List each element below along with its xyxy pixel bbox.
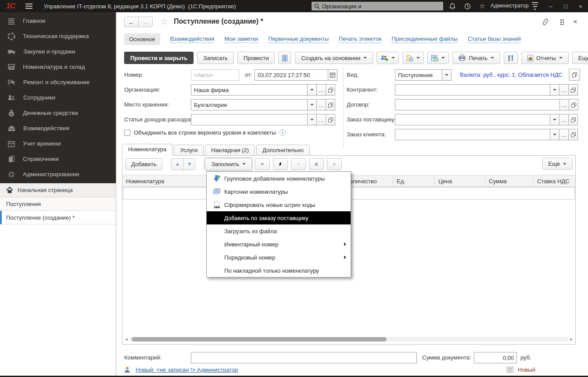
menu-item-sequence-number[interactable]: Порядковый номер bbox=[207, 251, 351, 264]
minimize-button[interactable]: – bbox=[544, 0, 557, 12]
dropdown-arrow-button[interactable] bbox=[307, 99, 317, 110]
info-icon[interactable]: i bbox=[280, 129, 286, 136]
expand-rows-button[interactable] bbox=[309, 158, 324, 170]
dropdown-arrow-button[interactable] bbox=[442, 69, 452, 81]
calendar-picker-button[interactable] bbox=[328, 69, 337, 81]
menu-item-by-invoice-only[interactable]: По накладной только номенклатуру bbox=[207, 264, 351, 277]
reports-button[interactable]: Отчеты bbox=[521, 52, 569, 64]
column-header[interactable]: Ставка НДС bbox=[534, 175, 575, 186]
navlink-vzaimodeystviya[interactable]: Взаимодействия bbox=[170, 36, 215, 43]
storage-field[interactable]: Бухгалтерия … bbox=[191, 99, 335, 110]
open-item-button[interactable] bbox=[569, 99, 578, 110]
dropdown-arrow-button[interactable] bbox=[307, 114, 317, 125]
back-button[interactable]: ← bbox=[124, 17, 139, 27]
select-ellipsis-button[interactable]: … bbox=[559, 114, 569, 125]
number-field[interactable]: <Авто> bbox=[191, 69, 239, 81]
menu-item-add-by-supplier-order[interactable]: Добавить по заказу поставщику bbox=[207, 211, 351, 224]
select-ellipsis-button[interactable]: … bbox=[559, 99, 569, 110]
select-ellipsis-button[interactable]: … bbox=[316, 99, 326, 110]
open-item-button[interactable] bbox=[568, 114, 578, 125]
service-menu-icon[interactable] bbox=[531, 2, 539, 10]
hierarchy-view-button[interactable] bbox=[327, 158, 342, 170]
tab-nakladnaya[interactable]: Накладная (2) bbox=[205, 145, 255, 156]
sidebar-item-employees[interactable]: Сотрудники bbox=[0, 90, 116, 105]
fill-button[interactable]: Заполнить bbox=[205, 158, 252, 170]
menu-item-cards[interactable]: Карточки номенклатуры bbox=[207, 185, 351, 198]
sidebar-item-main[interactable]: Главное bbox=[0, 13, 116, 28]
create-based-on-button[interactable]: Создать на основании bbox=[295, 52, 373, 64]
menu-item-inventory-number[interactable]: Инвентарный номер bbox=[207, 238, 351, 251]
sidebar-home-page[interactable]: Начальная страница bbox=[0, 183, 116, 197]
planner-button[interactable] bbox=[427, 52, 449, 64]
change-form-button[interactable] bbox=[504, 52, 518, 64]
sidebar-item-tech-support[interactable]: Техническая поддержка bbox=[0, 28, 116, 44]
date-field[interactable]: 03.07.2023 17:27:50 bbox=[255, 69, 337, 81]
select-ellipsis-button[interactable]: … bbox=[316, 114, 326, 125]
post-button[interactable]: Провести bbox=[237, 52, 275, 64]
contract-field[interactable]: … bbox=[395, 99, 578, 110]
save-button[interactable]: Записать bbox=[197, 52, 234, 64]
sidebar-item-money[interactable]: $ Денежные средства bbox=[0, 105, 116, 121]
subordination-structure-button[interactable] bbox=[278, 52, 291, 64]
open-currency-button[interactable] bbox=[569, 69, 580, 81]
column-header[interactable]: Цена bbox=[435, 175, 485, 186]
notifications-bell-icon[interactable] bbox=[448, 2, 456, 10]
scrollbar-thumb[interactable] bbox=[132, 337, 387, 341]
menu-item-load-from-file[interactable]: Загрузить из файла bbox=[207, 224, 351, 238]
navlink-moi-zametki[interactable]: Мои заметки bbox=[224, 36, 258, 43]
scrollbar-track[interactable] bbox=[129, 337, 569, 341]
client-order-field[interactable]: … bbox=[395, 129, 578, 140]
dropdown-arrow-button[interactable] bbox=[550, 114, 559, 125]
navlink-stati-bazy-znaniy[interactable]: Статьи базы знаний bbox=[468, 36, 521, 43]
tab-osnovnoe[interactable]: Основное bbox=[124, 33, 160, 45]
open-item-button[interactable] bbox=[326, 99, 335, 110]
sidebar-item-purchases-sales[interactable]: Закупки и продажи bbox=[0, 44, 116, 59]
get-link-icon[interactable] bbox=[541, 18, 549, 27]
combine-rows-checkbox[interactable] bbox=[124, 130, 130, 136]
document-state-link[interactable]: Новый: <не записан !> Администратор bbox=[136, 366, 238, 373]
favorites-star-icon[interactable]: ☆ bbox=[478, 2, 486, 10]
navlink-pechat-etiketok[interactable]: Печать этикеток bbox=[339, 36, 381, 43]
document-time-button[interactable] bbox=[402, 52, 424, 64]
contractor-field[interactable]: … bbox=[395, 84, 578, 96]
sidebar-item-repair-service[interactable]: Ремонт и обслуживание bbox=[0, 75, 116, 90]
tab-uslugi[interactable]: Услуги bbox=[174, 145, 204, 156]
post-and-close-button[interactable]: Провести и закрыть bbox=[124, 52, 194, 64]
open-item-button[interactable] bbox=[326, 114, 335, 125]
sidebar-item-nomenclature-warehouse[interactable]: Номенклатура и склад bbox=[0, 59, 116, 75]
kind-field[interactable]: Поступление bbox=[395, 69, 452, 81]
table-more-button[interactable]: Еще bbox=[542, 158, 573, 170]
menu-item-generate-barcodes[interactable]: Сформировать новые штрих коды bbox=[207, 198, 351, 211]
barcode-generate-button[interactable]: 0-9 bbox=[291, 158, 306, 170]
select-ellipsis-button[interactable]: … bbox=[316, 84, 326, 96]
scroll-right-icon[interactable]: ► bbox=[569, 337, 574, 341]
close-window-button[interactable]: × bbox=[574, 0, 587, 12]
more-button[interactable]: Еще bbox=[572, 52, 588, 64]
sidebar-item-administration[interactable]: Администрирование bbox=[0, 167, 116, 182]
sidebar-item-interactions[interactable]: Взаимодействия bbox=[0, 121, 116, 136]
forward-button[interactable]: → bbox=[138, 17, 153, 27]
comment-field[interactable] bbox=[191, 352, 417, 363]
open-item-button[interactable] bbox=[568, 129, 578, 140]
favorite-star-icon[interactable]: ☆ bbox=[160, 16, 169, 27]
sidebar-item-catalogs[interactable]: Справочники bbox=[0, 151, 116, 167]
barcode-search-button[interactable] bbox=[255, 158, 270, 170]
column-header[interactable]: Ед. bbox=[393, 175, 435, 186]
sidebar-item-time-tracking[interactable]: 7 Учет времени bbox=[0, 136, 116, 151]
history-icon[interactable] bbox=[463, 2, 471, 10]
income-expense-field[interactable]: … bbox=[191, 114, 335, 125]
open-item-button[interactable] bbox=[568, 84, 578, 96]
current-user[interactable]: Администратор bbox=[491, 3, 529, 9]
currency-settings-link[interactable]: Валюта: руб., курс: 1; Облагается НДС bbox=[460, 71, 563, 78]
print-button[interactable]: Печать bbox=[452, 52, 500, 64]
sidebar-window-postuplenie-active[interactable]: Поступление (создание) * bbox=[0, 211, 116, 224]
add-row-button[interactable]: Добавить bbox=[125, 158, 162, 170]
add-counterparty-button[interactable] bbox=[376, 52, 399, 64]
scroll-left-icon[interactable]: ◄ bbox=[124, 337, 129, 341]
open-item-button[interactable] bbox=[326, 84, 335, 96]
tab-nomenklatura[interactable]: Номенклатура bbox=[122, 144, 172, 156]
maximize-button[interactable]: □ bbox=[559, 0, 572, 12]
move-up-button[interactable]: ▲ bbox=[171, 158, 183, 170]
sidebar-window-postupleniya[interactable]: Поступления bbox=[0, 197, 116, 211]
select-ellipsis-button[interactable]: … bbox=[559, 84, 569, 96]
